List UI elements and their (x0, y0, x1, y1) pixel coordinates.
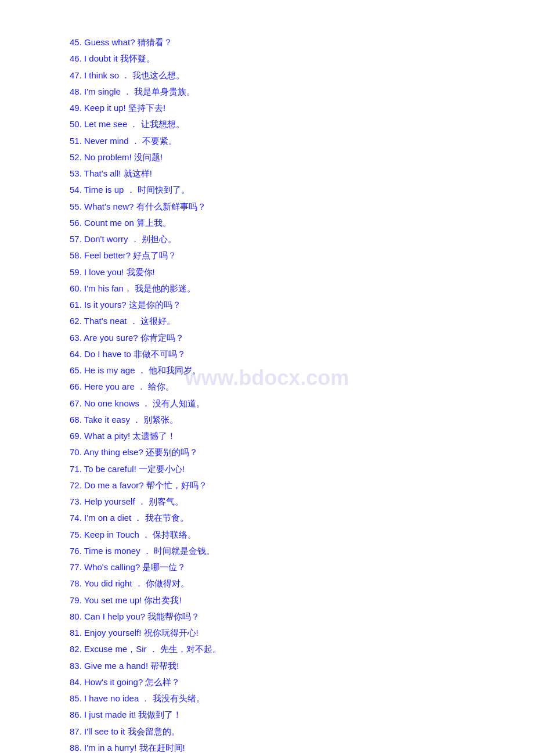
list-item: 62. That's neat ． 这很好。 (70, 314, 476, 329)
list-item: 69. What a pity! 太遗憾了！ (70, 429, 476, 444)
list-item: 47. I think so ． 我也这么想。 (70, 68, 476, 83)
list-item: 60. I'm his fan． 我是他的影迷。 (70, 281, 476, 296)
list-item: 70. Any thing else? 还要别的吗？ (70, 445, 476, 460)
list-item: 45. Guess what? 猜猜看？ (70, 35, 476, 50)
list-item: 51. Never mind ． 不要紧。 (70, 134, 476, 149)
list-item: 53. That's all! 就这样! (70, 166, 476, 181)
list-item: 74. I'm on a diet ． 我在节食。 (70, 510, 476, 525)
list-item: 80. Can I help you? 我能帮你吗？ (70, 609, 476, 624)
list-item: 71. To be careful! 一定要小心! (70, 462, 476, 477)
list-item: 78. You did right ． 你做得对。 (70, 576, 476, 591)
list-item: 48. I'm single ． 我是单身贵族。 (70, 84, 476, 99)
list-item: 82. Excuse me，Sir ． 先生，对不起。 (70, 642, 476, 657)
list-item: 57. Don't worry ． 别担心。 (70, 232, 476, 247)
list-item: 63. Are you sure? 你肯定吗？ (70, 330, 476, 345)
list-item: 50. Let me see ． 让我想想。 (70, 117, 476, 132)
list-item: 61. Is it yours? 这是你的吗？ (70, 297, 476, 312)
list-item: 85. I have no idea ． 我没有头绪。 (70, 691, 476, 706)
list-item: 52. No problem! 没问题! (70, 150, 476, 165)
list-item: 59. I love you! 我爱你! (70, 265, 476, 280)
phrase-list: 45. Guess what? 猜猜看？46. I doubt it 我怀疑。4… (70, 35, 476, 755)
list-item: 76. Time is money ． 时间就是金钱。 (70, 543, 476, 559)
list-item: 73. Help yourself ． 别客气。 (70, 494, 476, 509)
list-item: 81. Enjoy yourself! 祝你玩得开心! (70, 625, 476, 640)
list-item: 75. Keep in Touch ． 保持联络。 (70, 527, 476, 542)
list-item: 77. Who's calling? 是哪一位？ (70, 560, 476, 575)
list-item: 79. You set me up! 你出卖我! (70, 593, 476, 608)
list-item: 72. Do me a favor? 帮个忙，好吗？ (70, 478, 476, 493)
list-item: 56. Count me on 算上我。 (70, 215, 476, 231)
list-item: 87. I'll see to it 我会留意的。 (70, 724, 476, 739)
list-item: 55. What's new? 有什么新鲜事吗？ (70, 199, 476, 214)
list-item: 66. Here you are ． 给你。 (70, 379, 476, 394)
list-item: 64. Do I have to 非做不可吗？ (70, 347, 476, 362)
list-item: 86. I just made it! 我做到了！ (70, 707, 476, 722)
list-item: 65. He is my age ． 他和我同岁。 (70, 363, 476, 378)
list-item: 46. I doubt it 我怀疑。 (70, 51, 476, 66)
list-item: 54. Time is up ． 时间快到了。 (70, 182, 476, 197)
list-item: 84. How's it going? 怎么样？ (70, 675, 476, 690)
list-item: 68. Take it easy ． 别紧张。 (70, 412, 476, 427)
list-item: 49. Keep it up! 坚持下去! (70, 100, 476, 116)
list-item: 67. No one knows ． 没有人知道。 (70, 396, 476, 411)
list-item: 58. Feel better? 好点了吗？ (70, 248, 476, 263)
list-item: 83. Give me a hand! 帮帮我! (70, 658, 476, 674)
list-item: 88. I'm in a hurry! 我在赶时间! (70, 740, 476, 755)
